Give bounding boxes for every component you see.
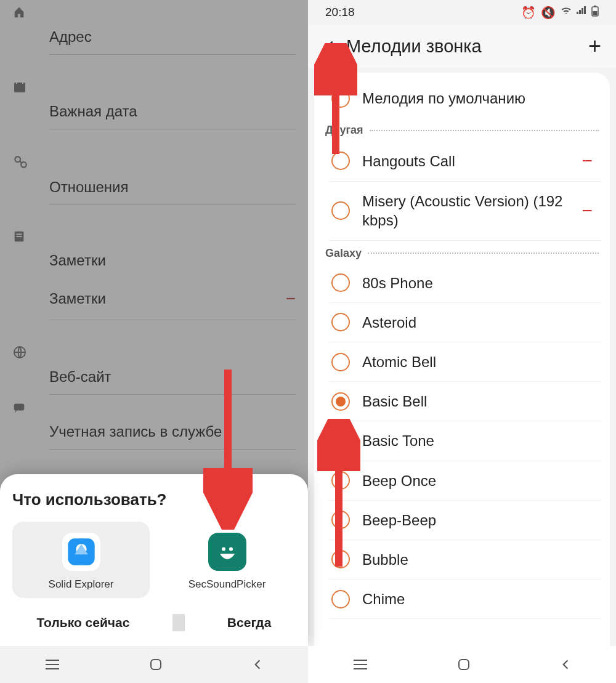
battery-icon bbox=[591, 6, 599, 20]
app-option-solid-explorer[interactable]: Solid Explorer bbox=[12, 522, 150, 598]
svg-point-13 bbox=[229, 548, 233, 551]
solid-explorer-icon bbox=[62, 533, 100, 571]
radio-icon[interactable] bbox=[331, 313, 350, 331]
radio-icon[interactable] bbox=[331, 590, 350, 608]
back-chevron[interactable] bbox=[319, 35, 341, 57]
ringtone-item[interactable]: Beep-Beep bbox=[329, 501, 601, 540]
title-bar: Мелодии звонка + bbox=[308, 25, 616, 68]
ringtone-item[interactable]: Basic Bell bbox=[329, 382, 601, 421]
radio-icon[interactable] bbox=[331, 392, 350, 411]
svg-rect-24 bbox=[594, 6, 596, 7]
always-button[interactable]: Всегда bbox=[221, 610, 277, 635]
ringtone-label: Asteroid bbox=[362, 313, 599, 332]
ringtone-item[interactable]: Beep Once bbox=[329, 461, 601, 501]
ringtone-label: Misery (Acoustic Version) (192 kbps) bbox=[362, 192, 569, 230]
svg-rect-19 bbox=[577, 12, 578, 14]
sheet-title: Что использовать? bbox=[12, 490, 296, 509]
app-name-label: Solid Explorer bbox=[49, 578, 114, 591]
remove-ringtone-icon[interactable]: − bbox=[582, 200, 599, 221]
radio-icon[interactable] bbox=[331, 353, 350, 371]
status-bar: 20:18 ⏰ 🔇 bbox=[308, 0, 616, 25]
radio-icon[interactable] bbox=[331, 471, 350, 490]
signal-icon bbox=[577, 6, 586, 20]
svg-rect-29 bbox=[459, 660, 469, 669]
radio-icon[interactable] bbox=[331, 89, 350, 108]
add-button[interactable]: + bbox=[588, 33, 605, 59]
right-screenshot: 20:18 ⏰ 🔇 Мелодии звонка + Мелодия по ум… bbox=[308, 0, 616, 683]
sheet-divider bbox=[172, 614, 185, 631]
radio-icon[interactable] bbox=[331, 201, 350, 220]
group-other: Другая bbox=[323, 118, 601, 140]
ringtone-item[interactable]: Misery (Acoustic Version) (192 kbps)− bbox=[329, 182, 601, 240]
ringtone-label: Bubble bbox=[362, 550, 599, 569]
ringtone-label: Basic Tone bbox=[362, 431, 599, 450]
group-divider bbox=[368, 253, 599, 254]
svg-rect-17 bbox=[151, 660, 161, 669]
group-divider bbox=[370, 130, 599, 131]
ringtone-label: Hangouts Call bbox=[362, 152, 569, 171]
remove-ringtone-icon[interactable]: − bbox=[582, 150, 599, 171]
radio-icon[interactable] bbox=[331, 152, 350, 170]
ringtone-label: Beep-Beep bbox=[362, 511, 599, 530]
system-navbar bbox=[0, 646, 308, 683]
ringtone-item[interactable]: Atomic Bell bbox=[329, 342, 601, 382]
ringtone-label: Basic Bell bbox=[362, 392, 599, 411]
radio-icon[interactable] bbox=[331, 273, 350, 292]
only-now-button[interactable]: Только сейчас bbox=[31, 610, 136, 635]
alarm-icon: ⏰ bbox=[521, 6, 536, 20]
ringtone-list: Мелодия по умолчанию Другая Hangouts Cal… bbox=[314, 73, 610, 664]
back-button[interactable] bbox=[251, 658, 264, 671]
home-button[interactable] bbox=[148, 657, 163, 672]
home-button[interactable] bbox=[456, 657, 471, 672]
ringtone-label: Chime bbox=[362, 589, 599, 608]
app-chooser-sheet: Что использовать? Solid Explorer SecSoun… bbox=[0, 474, 308, 646]
radio-icon[interactable] bbox=[331, 550, 350, 568]
left-screenshot: Адрес Важная дата Отношения bbox=[0, 0, 308, 683]
group-galaxy: Galaxy bbox=[323, 241, 601, 264]
back-button[interactable] bbox=[559, 658, 572, 671]
recents-button[interactable] bbox=[352, 659, 368, 670]
svg-rect-22 bbox=[584, 6, 586, 14]
ringtone-default[interactable]: Мелодия по умолчанию bbox=[329, 79, 601, 118]
svg-rect-25 bbox=[593, 11, 598, 15]
ringtone-label: Мелодия по умолчанию bbox=[362, 89, 599, 108]
secsoundpicker-icon bbox=[208, 533, 246, 571]
ringtone-label: 80s Phone bbox=[362, 273, 599, 293]
page-title: Мелодии звонка bbox=[346, 36, 588, 57]
group-galaxy-label: Galaxy bbox=[325, 247, 362, 260]
ringtone-label: Beep Once bbox=[362, 471, 599, 490]
wifi-icon bbox=[561, 6, 572, 20]
ringtone-item[interactable]: Asteroid bbox=[329, 303, 601, 342]
app-name-label: SecSoundPicker bbox=[188, 578, 266, 591]
group-other-label: Другая bbox=[325, 124, 363, 137]
svg-rect-20 bbox=[579, 10, 581, 14]
recents-button[interactable] bbox=[44, 659, 60, 670]
ringtone-label: Atomic Bell bbox=[362, 352, 599, 371]
mute-icon: 🔇 bbox=[541, 6, 556, 20]
app-option-secsoundpicker[interactable]: SecSoundPicker bbox=[158, 522, 296, 598]
radio-icon[interactable] bbox=[331, 511, 350, 529]
ringtone-item[interactable]: 80s Phone bbox=[329, 264, 601, 303]
ringtone-item[interactable]: Hangouts Call− bbox=[329, 140, 601, 182]
status-icons: ⏰ 🔇 bbox=[521, 6, 599, 20]
radio-icon[interactable] bbox=[331, 432, 350, 450]
svg-point-12 bbox=[222, 548, 225, 551]
system-navbar bbox=[308, 646, 616, 683]
ringtone-item[interactable]: Bubble bbox=[329, 540, 601, 580]
ringtone-item[interactable]: Basic Tone bbox=[329, 421, 601, 461]
svg-rect-21 bbox=[582, 8, 583, 14]
ringtone-item[interactable]: Chime bbox=[329, 580, 601, 619]
status-time: 20:18 bbox=[325, 6, 355, 19]
